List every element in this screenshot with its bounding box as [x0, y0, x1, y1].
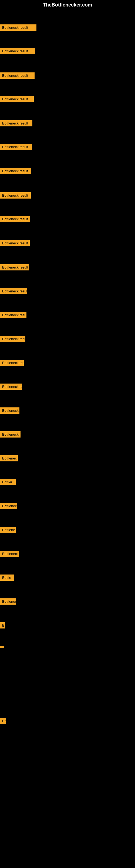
bottleneck-result-item: Bo — [0, 718, 6, 724]
bottleneck-result-item: Bottleneck result — [0, 288, 27, 294]
site-title: TheBottlenecker.com — [0, 0, 135, 9]
bottleneck-result-item: Bottleneck result — [0, 144, 32, 150]
bottleneck-result-item: Bottlenec — [0, 455, 18, 461]
bottleneck-result-item: Bottleneck res — [0, 431, 20, 437]
bottleneck-result-item: Bottleneck result — [0, 312, 27, 318]
bottleneck-result-item: Bottleneck result — [0, 240, 30, 246]
bottleneck-result-item: B — [0, 622, 5, 628]
bottleneck-result-item: Bottleneck result — [0, 24, 37, 31]
bottleneck-result-item: Bottleneck result — [0, 264, 29, 271]
bottleneck-result-item: Bottlenec — [0, 598, 16, 604]
bottleneck-result-item: Bottlene — [0, 527, 16, 533]
bottleneck-result-item: Bottleneck result — [0, 120, 32, 126]
bottleneck-result-item: Bottleneck — [0, 407, 19, 414]
bottleneck-result-item: Bottleneck resu — [0, 383, 22, 390]
bottleneck-result-item: Bottleneck result — [0, 216, 30, 222]
bottleneck-result-item: Bottleneck result — [0, 192, 31, 198]
bottleneck-result-item: Bottleneck result — [0, 360, 24, 366]
bottleneck-result-item: Bottleneck result — [0, 336, 26, 342]
bottleneck-result-item: Bottler — [0, 479, 16, 485]
bottleneck-result-item: Bottleneck r — [0, 551, 19, 557]
bottleneck-result-item: Bottleneck — [0, 503, 17, 509]
bottleneck-result-item: Bottle — [0, 575, 14, 581]
bottleneck-result-item: Bottleneck result — [0, 168, 31, 174]
bottleneck-result-item: Bottleneck result — [0, 72, 35, 79]
bottleneck-result-item: Bottleneck result — [0, 48, 35, 54]
bottleneck-result-item — [0, 646, 4, 648]
bottleneck-result-item: Bottleneck result — [0, 96, 34, 102]
